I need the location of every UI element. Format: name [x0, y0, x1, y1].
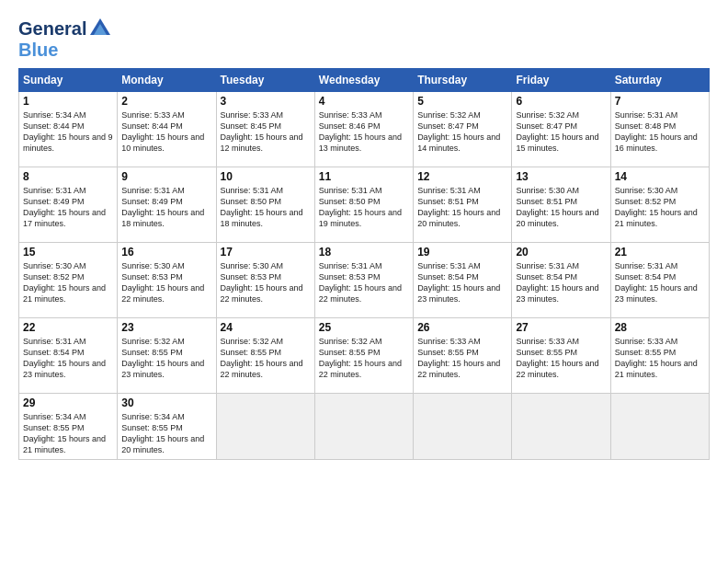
- calendar-cell: [610, 394, 709, 460]
- header: General Blue: [18, 17, 710, 59]
- calendar-cell: 13Sunrise: 5:30 AMSunset: 8:51 PMDayligh…: [512, 167, 610, 243]
- calendar-cell: 22Sunrise: 5:31 AMSunset: 8:54 PMDayligh…: [19, 318, 118, 394]
- page: General Blue SundayMondayTuesdayWednesda…: [0, 0, 728, 469]
- calendar-body: 1Sunrise: 5:34 AMSunset: 8:44 PMDaylight…: [19, 92, 710, 460]
- weekday-tuesday: Tuesday: [216, 69, 314, 92]
- calendar-cell: 28Sunrise: 5:33 AMSunset: 8:55 PMDayligh…: [610, 318, 709, 394]
- calendar-cell: 9Sunrise: 5:31 AMSunset: 8:49 PMDaylight…: [118, 167, 216, 243]
- day-info: Sunrise: 5:34 AMSunset: 8:55 PMDaylight:…: [23, 411, 113, 456]
- weekday-wednesday: Wednesday: [314, 69, 413, 92]
- day-info: Sunrise: 5:31 AMSunset: 8:49 PMDaylight:…: [23, 185, 113, 230]
- day-number: 8: [23, 170, 113, 183]
- day-number: 9: [121, 170, 211, 183]
- day-number: 5: [417, 95, 507, 108]
- day-info: Sunrise: 5:30 AMSunset: 8:53 PMDaylight:…: [221, 260, 311, 305]
- weekday-sunday: Sunday: [19, 69, 118, 92]
- day-number: 26: [417, 321, 507, 334]
- week-row-1: 1Sunrise: 5:34 AMSunset: 8:44 PMDaylight…: [19, 92, 710, 167]
- day-number: 23: [121, 321, 211, 334]
- day-number: 20: [516, 246, 606, 259]
- calendar-cell: 4Sunrise: 5:33 AMSunset: 8:46 PMDaylight…: [314, 92, 413, 167]
- day-info: Sunrise: 5:31 AMSunset: 8:54 PMDaylight:…: [516, 260, 606, 305]
- day-number: 29: [23, 396, 113, 409]
- calendar-cell: 2Sunrise: 5:33 AMSunset: 8:44 PMDaylight…: [118, 92, 216, 167]
- day-number: 11: [319, 170, 409, 183]
- weekday-monday: Monday: [118, 69, 216, 92]
- day-number: 19: [417, 246, 507, 259]
- day-info: Sunrise: 5:31 AMSunset: 8:54 PMDaylight:…: [23, 336, 113, 381]
- calendar-cell: 8Sunrise: 5:31 AMSunset: 8:49 PMDaylight…: [19, 167, 118, 243]
- day-info: Sunrise: 5:31 AMSunset: 8:51 PMDaylight:…: [417, 185, 507, 230]
- day-number: 15: [23, 246, 113, 259]
- logo: General Blue: [18, 17, 112, 59]
- calendar-cell: 3Sunrise: 5:33 AMSunset: 8:45 PMDaylight…: [216, 92, 314, 167]
- calendar-cell: 26Sunrise: 5:33 AMSunset: 8:55 PMDayligh…: [414, 318, 512, 394]
- day-number: 18: [319, 246, 409, 259]
- weekday-friday: Friday: [512, 69, 610, 92]
- logo-line2: Blue: [18, 40, 112, 59]
- day-info: Sunrise: 5:33 AMSunset: 8:55 PMDaylight:…: [516, 336, 606, 381]
- weekday-thursday: Thursday: [414, 69, 512, 92]
- day-info: Sunrise: 5:31 AMSunset: 8:54 PMDaylight:…: [615, 260, 705, 305]
- day-info: Sunrise: 5:34 AMSunset: 8:55 PMDaylight:…: [121, 411, 211, 456]
- calendar-cell: 24Sunrise: 5:32 AMSunset: 8:55 PMDayligh…: [216, 318, 314, 394]
- day-info: Sunrise: 5:32 AMSunset: 8:47 PMDaylight:…: [516, 109, 606, 155]
- calendar-cell: 17Sunrise: 5:30 AMSunset: 8:53 PMDayligh…: [216, 243, 314, 318]
- day-number: 21: [615, 246, 705, 259]
- calendar-cell: 21Sunrise: 5:31 AMSunset: 8:54 PMDayligh…: [610, 243, 709, 318]
- day-info: Sunrise: 5:30 AMSunset: 8:53 PMDaylight:…: [121, 260, 211, 305]
- calendar-cell: 19Sunrise: 5:31 AMSunset: 8:54 PMDayligh…: [414, 243, 512, 318]
- calendar-cell: 23Sunrise: 5:32 AMSunset: 8:55 PMDayligh…: [118, 318, 216, 394]
- calendar-cell: 16Sunrise: 5:30 AMSunset: 8:53 PMDayligh…: [118, 243, 216, 318]
- calendar-cell: 5Sunrise: 5:32 AMSunset: 8:47 PMDaylight…: [414, 92, 512, 167]
- day-info: Sunrise: 5:31 AMSunset: 8:54 PMDaylight:…: [417, 260, 507, 305]
- calendar-cell: 30Sunrise: 5:34 AMSunset: 8:55 PMDayligh…: [118, 394, 216, 460]
- calendar-cell: [414, 394, 512, 460]
- day-number: 16: [121, 246, 211, 259]
- day-number: 24: [221, 321, 311, 334]
- day-info: Sunrise: 5:33 AMSunset: 8:46 PMDaylight:…: [319, 109, 409, 155]
- weekday-saturday: Saturday: [610, 69, 709, 92]
- day-number: 14: [615, 170, 705, 183]
- calendar-table: SundayMondayTuesdayWednesdayThursdayFrid…: [18, 68, 710, 460]
- day-info: Sunrise: 5:34 AMSunset: 8:44 PMDaylight:…: [23, 109, 113, 155]
- week-row-3: 15Sunrise: 5:30 AMSunset: 8:52 PMDayligh…: [19, 243, 710, 318]
- weekday-header-row: SundayMondayTuesdayWednesdayThursdayFrid…: [19, 69, 710, 92]
- calendar-cell: 14Sunrise: 5:30 AMSunset: 8:52 PMDayligh…: [610, 167, 709, 243]
- day-number: 25: [319, 321, 409, 334]
- day-number: 27: [516, 321, 606, 334]
- logo-line1: General: [18, 19, 86, 38]
- day-number: 7: [615, 95, 705, 108]
- day-info: Sunrise: 5:33 AMSunset: 8:55 PMDaylight:…: [417, 336, 507, 381]
- day-number: 2: [121, 95, 211, 108]
- day-info: Sunrise: 5:31 AMSunset: 8:50 PMDaylight:…: [221, 185, 311, 230]
- day-number: 28: [615, 321, 705, 334]
- calendar-cell: 11Sunrise: 5:31 AMSunset: 8:50 PMDayligh…: [314, 167, 413, 243]
- day-info: Sunrise: 5:32 AMSunset: 8:55 PMDaylight:…: [121, 336, 211, 381]
- day-number: 1: [23, 95, 113, 108]
- day-info: Sunrise: 5:31 AMSunset: 8:53 PMDaylight:…: [319, 260, 409, 305]
- calendar-cell: 25Sunrise: 5:32 AMSunset: 8:55 PMDayligh…: [314, 318, 413, 394]
- logo-icon: [88, 17, 112, 40]
- day-number: 22: [23, 321, 113, 334]
- day-info: Sunrise: 5:32 AMSunset: 8:55 PMDaylight:…: [221, 336, 311, 381]
- day-info: Sunrise: 5:33 AMSunset: 8:55 PMDaylight:…: [615, 336, 705, 381]
- day-number: 3: [221, 95, 311, 108]
- day-number: 12: [417, 170, 507, 183]
- day-number: 10: [221, 170, 311, 183]
- calendar-cell: 29Sunrise: 5:34 AMSunset: 8:55 PMDayligh…: [19, 394, 118, 460]
- calendar-cell: [512, 394, 610, 460]
- calendar-cell: 20Sunrise: 5:31 AMSunset: 8:54 PMDayligh…: [512, 243, 610, 318]
- day-info: Sunrise: 5:31 AMSunset: 8:48 PMDaylight:…: [615, 109, 705, 155]
- calendar-cell: 6Sunrise: 5:32 AMSunset: 8:47 PMDaylight…: [512, 92, 610, 167]
- calendar-cell: [314, 394, 413, 460]
- day-info: Sunrise: 5:32 AMSunset: 8:47 PMDaylight:…: [417, 109, 507, 155]
- week-row-4: 22Sunrise: 5:31 AMSunset: 8:54 PMDayligh…: [19, 318, 710, 394]
- week-row-5: 29Sunrise: 5:34 AMSunset: 8:55 PMDayligh…: [19, 394, 710, 460]
- calendar-cell: 7Sunrise: 5:31 AMSunset: 8:48 PMDaylight…: [610, 92, 709, 167]
- day-info: Sunrise: 5:33 AMSunset: 8:44 PMDaylight:…: [121, 109, 211, 155]
- calendar-cell: 10Sunrise: 5:31 AMSunset: 8:50 PMDayligh…: [216, 167, 314, 243]
- calendar-cell: 1Sunrise: 5:34 AMSunset: 8:44 PMDaylight…: [19, 92, 118, 167]
- day-info: Sunrise: 5:30 AMSunset: 8:52 PMDaylight:…: [23, 260, 113, 305]
- day-info: Sunrise: 5:30 AMSunset: 8:52 PMDaylight:…: [615, 185, 705, 230]
